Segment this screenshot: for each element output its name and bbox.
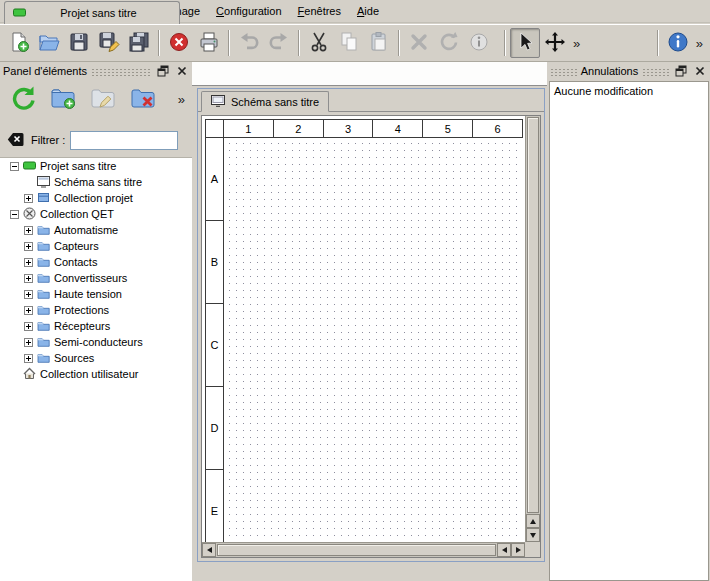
- tree-item-automatisme[interactable]: Automatisme: [0, 222, 192, 238]
- rotate-button[interactable]: [434, 28, 464, 58]
- menu-configuration[interactable]: Configuration: [208, 1, 289, 21]
- tree-item-collection-projet[interactable]: Collection projet: [0, 190, 192, 206]
- project-tab[interactable]: Projet sans titre: [4, 1, 180, 24]
- expand-icon[interactable]: [24, 274, 33, 283]
- clear-filter-button[interactable]: [4, 130, 26, 150]
- menu-aide[interactable]: Aide: [349, 1, 387, 21]
- tree-item-capteurs[interactable]: Capteurs: [0, 238, 192, 254]
- scroll-left-button[interactable]: [202, 543, 216, 557]
- reload-collections-button[interactable]: [8, 84, 38, 114]
- open-project-button[interactable]: [34, 28, 64, 58]
- scroll-down-button[interactable]: [526, 528, 540, 542]
- tree-item-contacts[interactable]: Contacts: [0, 254, 192, 270]
- tree-item-collection-qet[interactable]: Collection QET: [0, 206, 192, 222]
- left-arrow-icon: [502, 547, 507, 553]
- vertical-scrollbar-track[interactable]: [526, 116, 540, 514]
- tree-item-label: Collection projet: [54, 192, 133, 204]
- expand-icon[interactable]: [24, 194, 33, 203]
- new-project-button[interactable]: [4, 28, 34, 58]
- undo-panel-titlebar[interactable]: Annulations: [547, 62, 710, 80]
- save-icon: [68, 31, 90, 55]
- schema-tab-icon: [211, 95, 225, 109]
- column-header: 6: [472, 119, 523, 138]
- project-icon: [13, 6, 26, 21]
- save-as-button[interactable]: [94, 28, 124, 58]
- tree-item-convertisseurs[interactable]: Convertisseurs: [0, 270, 192, 286]
- float-icon: [157, 65, 169, 77]
- scroll-left-button-2[interactable]: [497, 543, 511, 557]
- save-button[interactable]: [64, 28, 94, 58]
- cut-button[interactable]: [304, 28, 334, 58]
- float-dock-button[interactable]: [155, 64, 170, 78]
- column-headers: 1 2 3 4 5 6: [223, 119, 523, 138]
- float-dock-button[interactable]: [673, 64, 688, 78]
- folder-icon: [37, 239, 50, 254]
- elements-panel-title: Panel d'éléments: [3, 65, 87, 77]
- tree-item-semi-conducteurs[interactable]: Semi-conducteurs: [0, 334, 192, 350]
- close-red-icon: [168, 31, 190, 55]
- information-button[interactable]: [663, 28, 693, 58]
- expand-icon[interactable]: [24, 290, 33, 299]
- close-dock-button[interactable]: [174, 64, 189, 78]
- elements-panel-titlebar[interactable]: Panel d'éléments: [0, 62, 192, 80]
- tree-item-protections[interactable]: Protections: [0, 302, 192, 318]
- dock-grip[interactable]: [642, 67, 669, 76]
- vertical-scrollbar-thumb[interactable]: [527, 117, 539, 513]
- schema-view[interactable]: 1 2 3 4 5 6 A B C D E: [201, 115, 541, 558]
- move-mode-button[interactable]: [540, 28, 570, 58]
- new-collection-item-button[interactable]: [48, 84, 78, 114]
- close-dock-button[interactable]: [692, 64, 707, 78]
- undo-button[interactable]: [234, 28, 264, 58]
- tree-item-projet-sans-titre[interactable]: Projet sans titre: [0, 158, 192, 174]
- redo-button[interactable]: [264, 28, 294, 58]
- tree-item-schema-sans-titre[interactable]: Schéma sans titre: [0, 174, 192, 190]
- folder-icon: [37, 223, 50, 238]
- edit-collection-item-button[interactable]: [88, 84, 118, 114]
- column-header: 3: [323, 119, 374, 138]
- toolbar-overflow-chevron[interactable]: »: [570, 36, 583, 51]
- close-project-button[interactable]: [164, 28, 194, 58]
- save-all-button[interactable]: [124, 28, 154, 58]
- undo-history-list[interactable]: Aucune modification: [549, 81, 709, 581]
- delete-button[interactable]: [404, 28, 434, 58]
- schema-tab[interactable]: Schéma sans titre: [201, 91, 329, 112]
- delete-x-icon: [408, 31, 430, 55]
- tree-item-collection-utilisateur[interactable]: Collection utilisateur: [0, 366, 192, 382]
- print-button[interactable]: [194, 28, 224, 58]
- filter-input[interactable]: [70, 131, 178, 150]
- tree-item-label: Collection utilisateur: [40, 368, 138, 380]
- expand-icon[interactable]: [24, 354, 33, 363]
- schema-canvas[interactable]: 1 2 3 4 5 6 A B C D E: [202, 116, 525, 542]
- tree-item-label: Automatisme: [54, 224, 118, 236]
- expand-icon[interactable]: [24, 258, 33, 267]
- scroll-up-button[interactable]: [526, 514, 540, 528]
- folder-icon: [37, 287, 50, 302]
- paste-button[interactable]: [364, 28, 394, 58]
- about-element-button[interactable]: [464, 28, 494, 58]
- tree-item-haute-tension[interactable]: Haute tension: [0, 286, 192, 302]
- toolbar-overflow-chevron[interactable]: »: [693, 36, 706, 51]
- horizontal-scrollbar-track[interactable]: [216, 543, 497, 557]
- dock-grip[interactable]: [91, 67, 151, 76]
- schema-grid[interactable]: [223, 137, 523, 542]
- scroll-right-button[interactable]: [511, 543, 525, 557]
- expand-icon[interactable]: [24, 226, 33, 235]
- panel-overflow-chevron[interactable]: »: [175, 92, 188, 107]
- tree-item-sources[interactable]: Sources: [0, 350, 192, 366]
- selection-mode-button[interactable]: [510, 28, 540, 58]
- expand-icon[interactable]: [24, 242, 33, 251]
- dock-grip[interactable]: [550, 67, 577, 76]
- expand-icon[interactable]: [24, 322, 33, 331]
- tree-item-recepteurs[interactable]: Récepteurs: [0, 318, 192, 334]
- horizontal-scrollbar[interactable]: [202, 542, 525, 557]
- collapse-icon[interactable]: [10, 162, 19, 171]
- collapse-icon[interactable]: [10, 210, 19, 219]
- vertical-scrollbar[interactable]: [525, 116, 540, 542]
- delete-collection-item-button[interactable]: [128, 84, 158, 114]
- expand-icon[interactable]: [24, 306, 33, 315]
- copy-button[interactable]: [334, 28, 364, 58]
- horizontal-scrollbar-thumb[interactable]: [217, 544, 496, 556]
- menu-fenetres[interactable]: Fenêtres: [290, 1, 349, 21]
- expand-icon[interactable]: [24, 338, 33, 347]
- row-header: B: [205, 220, 224, 304]
